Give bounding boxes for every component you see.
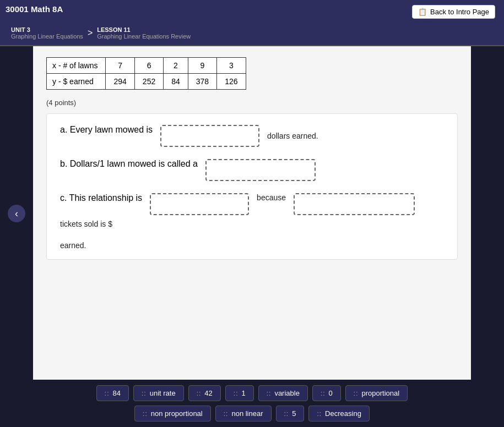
question-a-suffix: dollars earned. xyxy=(267,132,318,140)
drag-item-0[interactable]: :: 0 xyxy=(312,385,341,401)
row2-val-3: 84 xyxy=(164,74,188,90)
table-row-y: y - $ earned 294 252 84 378 126 xyxy=(47,74,246,90)
unit-info: UNIT 3 Graphing Linear Equations xyxy=(11,26,83,40)
answer-box-c1[interactable] xyxy=(150,193,249,215)
question-c-suffix: tickets sold is $ xyxy=(60,220,112,228)
dots-variable: :: xyxy=(267,390,272,397)
lesson-label: LESSON 11 xyxy=(97,26,191,33)
drag-item-proportional[interactable]: :: proportional xyxy=(345,385,408,401)
drag-label-84: 84 xyxy=(113,389,121,397)
question-a-prefix: a. Every lawn mowed is xyxy=(60,125,153,135)
row1-val-2: 6 xyxy=(134,58,163,74)
answer-box-b[interactable] xyxy=(205,159,316,181)
drag-item-5[interactable]: :: 5 xyxy=(276,406,305,421)
dots-unit-rate: :: xyxy=(142,390,147,397)
drag-item-variable[interactable]: :: variable xyxy=(258,385,308,401)
drag-item-non-proportional[interactable]: :: non proportional xyxy=(134,406,211,421)
drag-item-1[interactable]: :: 1 xyxy=(225,385,254,401)
back-icon: 📋 xyxy=(418,8,427,16)
drag-row-2: :: non proportional :: non linear :: 5 :… xyxy=(22,406,482,421)
row1-label: x - # of lawns xyxy=(47,58,106,74)
question-c: c. This relationship is because tickets … xyxy=(60,193,444,228)
breadcrumb-bar: UNIT 3 Graphing Linear Equations > LESSO… xyxy=(0,23,504,46)
app-title: 30001 Math 8A xyxy=(6,4,63,14)
row1-val-4: 9 xyxy=(188,58,216,74)
drag-label-1: 1 xyxy=(241,389,245,397)
dots-1: :: xyxy=(234,390,239,397)
drag-item-non-linear[interactable]: :: non linear xyxy=(215,406,272,421)
drag-label-unit-rate: unit rate xyxy=(150,389,176,397)
top-bar: 📋 Back to Intro Page xyxy=(0,0,504,23)
drag-item-unit-rate[interactable]: :: unit rate xyxy=(133,385,184,401)
drag-item-decreasing[interactable]: :: Decreasing xyxy=(308,406,369,421)
unit-name: Graphing Linear Equations xyxy=(11,33,83,40)
question-b: b. Dollars/1 lawn mowed is called a xyxy=(60,159,444,181)
back-button-label: Back to Intro Page xyxy=(430,8,489,16)
dots-84: :: xyxy=(105,390,110,397)
question-a: a. Every lawn mowed is dollars earned. xyxy=(60,125,444,147)
row2-label: y - $ earned xyxy=(47,74,106,90)
drag-item-84[interactable]: :: 84 xyxy=(96,385,129,401)
answer-box-c2[interactable] xyxy=(294,193,415,215)
dots-decreasing: :: xyxy=(317,410,322,418)
earned-label: earned. xyxy=(60,241,86,250)
nav-left-arrow[interactable]: ‹ xyxy=(8,205,25,222)
row1-val-3: 2 xyxy=(164,58,188,74)
breadcrumb-chevron: > xyxy=(88,28,93,38)
drag-label-0: 0 xyxy=(329,389,333,397)
drag-item-42[interactable]: :: 42 xyxy=(188,385,221,401)
row2-val-5: 126 xyxy=(217,74,246,90)
dots-non-proportional: :: xyxy=(143,410,148,418)
row2-val-4: 378 xyxy=(188,74,216,90)
lesson-name: Graphing Linear Equations Review xyxy=(97,33,191,40)
table-row-x: x - # of lawns 7 6 2 9 3 xyxy=(47,58,246,74)
dots-42: :: xyxy=(197,390,202,397)
drag-label-variable: variable xyxy=(274,389,300,397)
drag-label-non-linear: non linear xyxy=(231,409,263,418)
points-label: (4 points) xyxy=(46,98,458,107)
answer-box-a[interactable] xyxy=(160,125,259,147)
question-c-because: because xyxy=(257,193,286,202)
row1-val-5: 3 xyxy=(217,58,246,74)
row1-val-1: 7 xyxy=(106,58,134,74)
bottom-bar: :: 84 :: unit rate :: 42 :: 1 :: variabl… xyxy=(0,380,504,427)
drag-label-proportional: proportional xyxy=(361,389,399,397)
row2-val-2: 252 xyxy=(134,74,163,90)
question-c-prefix: c. This relationship is xyxy=(60,193,142,203)
drag-row-1: :: 84 :: unit rate :: 42 :: 1 :: variabl… xyxy=(22,385,482,401)
data-table: x - # of lawns 7 6 2 9 3 y - $ earned 29… xyxy=(46,57,246,90)
drag-label-42: 42 xyxy=(204,389,212,397)
back-to-intro-button[interactable]: 📋 Back to Intro Page xyxy=(412,5,495,19)
drag-label-5: 5 xyxy=(292,409,296,418)
question-box: a. Every lawn mowed is dollars earned. b… xyxy=(46,113,458,260)
lesson-info: LESSON 11 Graphing Linear Equations Revi… xyxy=(97,26,191,40)
dots-proportional: :: xyxy=(354,390,359,397)
dots-0: :: xyxy=(321,390,326,397)
dots-5: :: xyxy=(284,410,289,418)
drag-label-decreasing: Decreasing xyxy=(325,409,361,418)
dots-non-linear: :: xyxy=(224,410,229,418)
row2-val-1: 294 xyxy=(106,74,134,90)
unit-label: UNIT 3 xyxy=(11,26,83,33)
question-b-prefix: b. Dollars/1 lawn mowed is called a xyxy=(60,159,198,169)
main-content: x - # of lawns 7 6 2 9 3 y - $ earned 29… xyxy=(33,46,471,387)
drag-label-non-proportional: non proportional xyxy=(151,409,203,418)
